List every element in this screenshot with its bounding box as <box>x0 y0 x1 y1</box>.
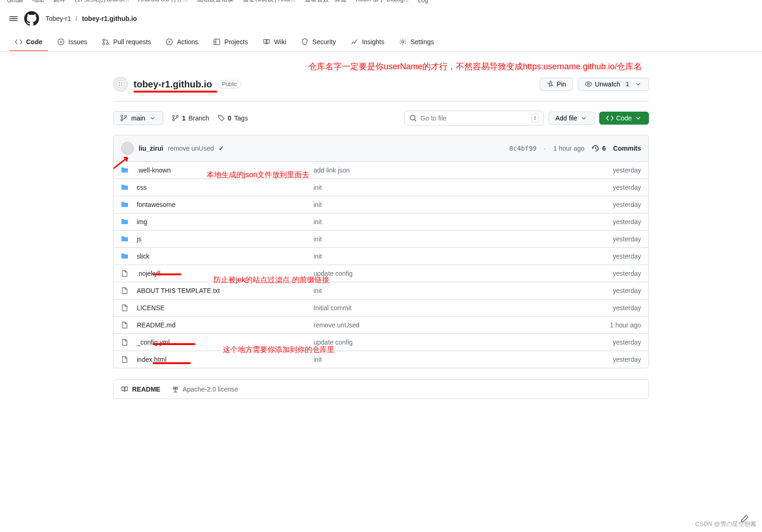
bookmark-item[interactable]: 隐私设置错误 <box>197 0 234 4</box>
file-commit-msg[interactable]: init <box>314 356 576 363</box>
file-time: yesterday <box>576 201 641 208</box>
file-name[interactable]: .nojekyll防止被jek的站点过滤点.的前缀链接 <box>137 270 314 277</box>
bookmark-item[interactable]: 验证和调试 | Andr... <box>243 0 295 4</box>
tab-projects[interactable]: Projects <box>207 33 254 51</box>
chevron-down-icon <box>635 114 642 122</box>
file-name[interactable]: README.md <box>137 321 314 329</box>
bookmark-item[interactable]: Kotlin 基于 Dialog... <box>356 0 408 4</box>
tab-wiki[interactable]: Wiki <box>257 33 292 51</box>
file-commit-msg[interactable]: Initial commit <box>314 304 576 312</box>
projects-icon <box>213 38 221 46</box>
bookmark-item[interactable]: Gmail <box>7 0 23 4</box>
tab-insights[interactable]: Insights <box>345 33 390 51</box>
file-row[interactable]: _config.yml这个地方需要你添加到你的仓库里update configy… <box>114 334 648 351</box>
file-commit-msg[interactable]: update config <box>314 339 576 346</box>
add-file-button[interactable]: Add file <box>548 112 595 125</box>
file-row[interactable]: imginityesterday <box>114 213 648 231</box>
tab-pull-requests[interactable]: Pull requests <box>96 33 156 51</box>
commit-header: liu_zirui remove unUsed ✓ 8c4bf99 · 1 ho… <box>114 135 648 162</box>
repo-name[interactable]: tobey-r1.github.io <box>134 79 212 90</box>
bookmark-item[interactable]: 翻译 <box>53 0 66 4</box>
bookmark-item[interactable]: Android 6.0 打开... <box>138 0 188 4</box>
tags-link[interactable]: 0Tags <box>218 114 248 122</box>
search-icon <box>409 114 417 122</box>
file-commit-msg[interactable]: init <box>314 184 576 191</box>
branch-selector[interactable]: main <box>113 111 163 125</box>
bookmark-item[interactable]: (17 来消息) androi... <box>75 0 129 4</box>
file-name[interactable]: ABOUT THIS TEMPLATE.txt <box>137 287 314 294</box>
commit-sha[interactable]: 8c4bf99 <box>509 145 537 152</box>
tab-security[interactable]: Security <box>295 33 341 51</box>
file-row[interactable]: .nojekyll防止被jek的站点过滤点.的前缀链接update config… <box>114 265 648 282</box>
actions-icon <box>166 38 173 46</box>
file-time: yesterday <box>576 287 641 294</box>
tab-actions[interactable]: Actions <box>160 33 204 51</box>
book-icon <box>121 386 128 393</box>
file-row[interactable]: cssinityesterday <box>114 179 648 196</box>
breadcrumb: Tobey-r1 / tobey-r1.github.io <box>46 15 137 22</box>
hamburger-menu[interactable] <box>9 15 18 22</box>
commit-message[interactable]: remove unUsed <box>168 145 214 152</box>
file-commit-msg[interactable]: update config <box>314 270 576 277</box>
code-button[interactable]: Code <box>599 112 649 125</box>
annotation-top: 仓库名字一定要是你userName的才行，不然容易导致变成https:usern… <box>113 52 649 72</box>
commit-author[interactable]: liu_zirui <box>139 145 163 152</box>
file-listing: liu_zirui remove unUsed ✓ 8c4bf99 · 1 ho… <box>113 135 649 368</box>
commit-time: 1 hour ago <box>553 145 584 152</box>
file-commit-msg[interactable]: remove unUsed <box>314 321 576 329</box>
pin-button[interactable]: Pin <box>540 78 573 91</box>
unwatch-button[interactable]: Unwatch1 <box>578 78 649 91</box>
file-name[interactable]: .well-known本地生成的json文件放到里面去 <box>137 166 314 174</box>
check-icon: ✓ <box>219 145 224 152</box>
readme-tab[interactable]: README <box>121 386 160 393</box>
bookmark-item[interactable]: 查看音效 - 牌道 <box>305 0 347 4</box>
breadcrumb-owner[interactable]: Tobey-r1 <box>46 15 71 22</box>
breadcrumb-repo[interactable]: tobey-r1.github.io <box>82 15 137 22</box>
settings-icon <box>399 38 407 46</box>
file-commit-msg[interactable]: init <box>314 287 576 294</box>
file-commit-msg[interactable]: init <box>314 201 576 208</box>
file-icon <box>121 339 130 346</box>
file-commit-msg[interactable]: init <box>314 218 576 226</box>
file-row[interactable]: .well-known本地生成的json文件放到里面去add link json… <box>114 162 648 179</box>
file-row[interactable]: README.mdremove unUsed1 hour ago <box>114 317 648 334</box>
tab-settings[interactable]: Settings <box>394 33 440 51</box>
file-commit-msg[interactable]: init <box>314 253 576 260</box>
file-row[interactable]: jsinityesterday <box>114 231 648 248</box>
github-logo-icon[interactable] <box>24 11 39 26</box>
bookmark-item[interactable]: Log <box>418 0 428 4</box>
folder-icon <box>121 218 130 226</box>
file-commit-msg[interactable]: init <box>314 235 576 243</box>
license-tab[interactable]: Apache-2.0 license <box>172 386 238 393</box>
commits-link[interactable]: 6 Commits <box>592 145 641 152</box>
tab-issues[interactable]: Issues <box>52 33 93 51</box>
file-name[interactable]: js <box>137 235 314 243</box>
file-time: yesterday <box>576 166 641 174</box>
file-name[interactable]: css <box>137 184 314 191</box>
bookmark-item[interactable]: 地图 <box>32 0 44 4</box>
file-name[interactable]: img <box>137 218 314 226</box>
file-icon <box>121 356 130 363</box>
file-row[interactable]: LICENSEInitial commityesterday <box>114 299 648 317</box>
watch-count: 1 <box>623 81 632 87</box>
file-row[interactable]: fontawesomeinityesterday <box>114 196 648 213</box>
file-name[interactable]: fontawesome <box>137 201 314 208</box>
file-name[interactable]: _config.yml这个地方需要你添加到你的仓库里 <box>137 339 314 346</box>
branches-link[interactable]: 1Branch <box>172 114 209 122</box>
file-name[interactable]: index.html <box>137 356 314 363</box>
file-row[interactable]: index.htmlinityesterday <box>114 351 648 368</box>
search-input[interactable] <box>421 114 532 122</box>
svg-point-17 <box>410 115 415 120</box>
svg-point-10 <box>121 115 123 117</box>
file-name[interactable]: LICENSE <box>137 304 314 312</box>
author-avatar[interactable] <box>121 142 134 155</box>
file-time: yesterday <box>576 218 641 226</box>
file-search[interactable]: t <box>404 111 544 126</box>
file-row[interactable]: slickinityesterday <box>114 248 648 265</box>
file-commit-msg[interactable]: add link json <box>314 166 576 174</box>
svg-point-13 <box>173 115 174 117</box>
tab-code[interactable]: Code <box>9 33 48 51</box>
file-name[interactable]: slick <box>137 253 314 260</box>
file-row[interactable]: ABOUT THIS TEMPLATE.txtinityesterday <box>114 282 648 299</box>
code-icon <box>606 114 614 122</box>
